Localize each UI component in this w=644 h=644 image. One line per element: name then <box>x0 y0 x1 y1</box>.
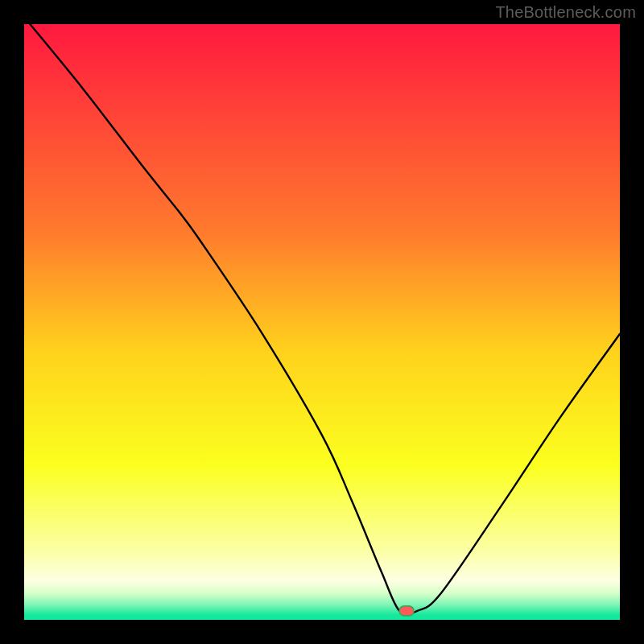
plot-background <box>24 24 620 620</box>
watermark-text: TheBottleneck.com <box>495 3 636 22</box>
optimum-marker <box>399 606 414 616</box>
chart-container: TheBottleneck.com <box>0 0 644 644</box>
bottleneck-chart <box>0 0 644 644</box>
